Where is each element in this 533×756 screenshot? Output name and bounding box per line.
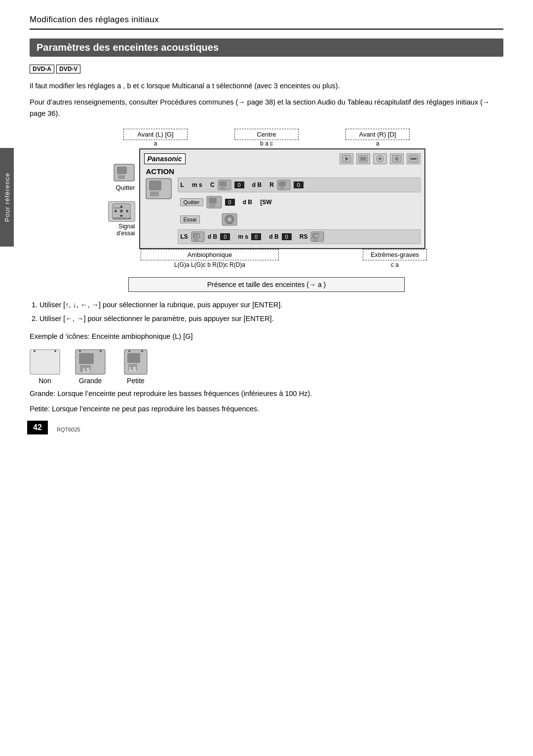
svg-rect-27 [279,181,286,186]
osd-right-panel: L m s C 0 [178,178,420,244]
bottom-speaker-labels: Ambiophonique Extrêmes-graves [141,249,427,260]
svg-point-34 [228,217,231,221]
page-title: Modification des réglages initiaux [30,15,159,25]
action-label: ACTION [144,167,420,176]
panasonic-logo: Panasonic [144,153,186,164]
svg-text:SELECT: SELECT [114,207,122,209]
svg-rect-19 [411,158,417,160]
osd-row-2: Quitter 0 d B [SW [178,195,420,210]
sublabel-ambio: L(G)a L(G)c b R(D)c R(D)a [141,261,279,268]
svg-text:LS: LS [83,367,90,373]
quitter-label-text: Quitter [115,184,135,191]
diagram-area: Avant (L) [G] Centre Avant (R) [D] a b a… [30,129,503,268]
osd-icon-1 [340,153,353,164]
osd-icons [340,153,420,164]
svg-point-8 [120,210,123,213]
ls-speaker-icon: LS [191,231,205,242]
svg-rect-47 [79,353,94,364]
label-extr: Extrêmes-graves [363,249,427,260]
dvd-badge-a: DVD-A [30,65,54,73]
instructions-list: Utiliser [↑, ↓, ←, →] pour sélectionner … [30,299,503,325]
rqt-code: RQT6025 [57,427,80,432]
svg-rect-30 [209,198,217,204]
row1-val2: 0 [294,181,304,188]
essai-btn[interactable]: Essai [180,216,200,223]
svg-point-51 [100,350,102,352]
svg-rect-25 [220,187,225,189]
non-label: Non [38,377,51,385]
signal-side-label: ENTER RETURN SELECT Signal d’essai [108,201,135,237]
example-non: Non [30,349,60,385]
non-icon [30,349,60,375]
bottom-sublabel-row: L(G)a L(G)c b R(D)c R(D)a c a [141,260,427,268]
svg-point-50 [79,350,81,352]
osd-row-3: LS LS d B 0 m s [178,229,420,244]
remote-svg: ENTER RETURN SELECT [112,203,131,220]
svg-point-17 [395,157,399,161]
osd-icon-2 [356,153,370,164]
osd-icon-3 [373,153,387,164]
svg-rect-37 [193,239,198,241]
example-petite: LS Petite [120,349,151,385]
svg-rect-2 [118,175,125,179]
label-centre: Centre [234,129,299,140]
svg-rect-41 [313,239,318,241]
body-text-1: Il faut modifier les réglages a , b et c… [30,80,503,92]
grande-label: Grande [79,377,102,385]
presence-text: Présence et taille des enceintes (→ a ) [207,281,326,288]
footnote-grande: Grande: Lorsque l’enceinte peut reprodui… [30,388,503,400]
instruction-1: Utiliser [↑, ↓, ←, →] pour sélectionner … [39,299,503,311]
dvd-badges: DVD-A DVD-V [30,65,503,73]
footnote-petite: Petite: Lorsque l’enceinte ne peut pas r… [30,403,503,415]
svg-rect-1 [117,167,127,174]
svg-point-57 [141,350,143,352]
top-speaker-labels: Avant (L) [G] Centre Avant (R) [D] [123,129,410,140]
row2-db: d B [243,199,252,206]
subwoofer-icon [222,213,237,226]
label-avant-l: Avant (L) [G] [123,129,188,140]
osd-row-1: L m s C 0 [178,178,420,192]
petite-icon: LS [120,349,151,375]
svg-rect-28 [279,187,284,189]
osd-side-labels: Quitter [108,148,139,237]
sublabel-extr: c a [363,261,427,268]
svg-text:LS: LS [129,366,136,372]
quitter-side-label: Quitter [108,163,135,191]
row1-ms: m s [192,181,202,188]
svg-text:LS: LS [195,234,199,238]
svg-point-56 [128,350,130,352]
svg-point-44 [34,350,36,352]
row1-l: L [181,181,184,188]
osd-main-content: L m s C 0 [144,178,420,244]
row1-c: C [210,181,215,188]
sidebar-label: Pour référence [3,173,11,222]
label-avant-r: Avant (R) [D] [345,129,410,140]
row1-r: R [269,181,274,188]
osd-header-row: Panasonic [144,153,420,164]
row3-rs: RS [300,233,308,240]
row3-ms: m s [238,233,248,240]
quitter-btn[interactable]: Quitter [180,198,203,206]
row1-db: d B [252,181,262,188]
example-icons-row: Non LS Grande LS Petit [30,349,503,385]
label-ambio: Ambiophonique [141,249,279,260]
row2-val: 0 [225,199,235,206]
row3-ls: LS [181,233,188,240]
sublabel-left: a [123,140,188,147]
example-intro: Exemple d ‘icônes: Enceinte ambiophoniqu… [30,331,503,342]
row3-db1: d B [208,233,217,240]
panasonic-osd: Panasonic [139,148,425,249]
row1-val1: 0 [234,181,244,188]
svg-rect-43 [30,350,60,374]
footnote-petite-text: Petite: Lorsque l’enceinte ne peut pas r… [30,405,259,413]
center-speaker-icon [206,196,222,209]
osd-left-speaker [145,178,172,200]
row3-val2: 0 [251,233,261,240]
osd-icon-4 [390,153,404,164]
remote-icon: ENTER RETURN SELECT [108,201,135,222]
svg-rect-22 [150,191,159,196]
svg-point-45 [54,350,56,352]
instruction-2: Utiliser [←, →] pour sélectionner le par… [39,313,503,325]
body-text-2: Pour d’autres renseignements, consulter … [30,97,503,119]
dvd-badge-v: DVD-V [56,65,80,73]
